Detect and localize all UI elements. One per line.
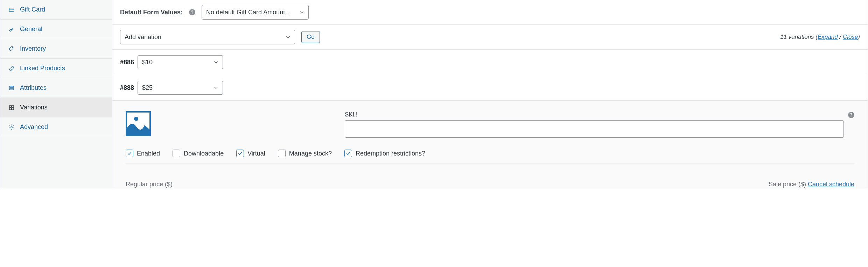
help-icon[interactable]: ?	[848, 112, 854, 118]
default-gift-card-select[interactable]: No default Gift Card Amount…	[202, 5, 309, 20]
tab-label: Advanced	[20, 123, 48, 131]
virtual-checkbox[interactable]: Virtual	[236, 150, 265, 157]
tab-general[interactable]: General	[0, 20, 112, 39]
downloadable-checkbox[interactable]: Downloadable	[173, 150, 224, 157]
tab-linked-products[interactable]: Linked Products	[0, 59, 112, 78]
tab-label: Linked Products	[20, 65, 65, 72]
variation-id: #888	[120, 84, 134, 92]
svg-point-10	[11, 126, 13, 128]
price-row: Regular price ($) Sale price ($) Cancel …	[126, 164, 854, 188]
select-value: $10	[142, 59, 153, 66]
svg-rect-8	[9, 108, 11, 109]
grid-icon	[8, 104, 15, 111]
add-variation-row: Add variation Go 11 variations (Expand /…	[112, 25, 868, 50]
sale-price-wrap: Sale price ($) Cancel schedule	[769, 181, 854, 188]
tab-label: Inventory	[20, 45, 46, 52]
redemption-restrictions-checkbox[interactable]: Redemption restrictions?	[344, 150, 425, 157]
add-variation-select[interactable]: Add variation	[120, 30, 295, 44]
tab-inventory[interactable]: Inventory	[0, 39, 112, 59]
select-value: Add variation	[125, 34, 161, 41]
wrench-icon	[8, 26, 15, 33]
enabled-checkbox[interactable]: Enabled	[126, 150, 160, 157]
tab-variations[interactable]: Variations	[0, 98, 112, 117]
svg-rect-7	[12, 106, 14, 107]
main-panel: Default Form Values: ? No default Gift C…	[112, 0, 868, 188]
svg-point-12	[134, 117, 138, 121]
tab-label: Gift Card	[20, 6, 45, 13]
default-form-row: Default Form Values: ? No default Gift C…	[112, 0, 868, 25]
svg-rect-5	[9, 89, 14, 90]
chevron-down-icon	[298, 8, 306, 16]
tab-advanced[interactable]: Advanced	[0, 117, 112, 137]
default-form-label: Default Form Values:	[120, 9, 183, 16]
svg-point-2	[12, 47, 13, 48]
list-icon	[8, 85, 15, 92]
expand-link[interactable]: Expand	[818, 34, 838, 40]
variation-options-row: Enabled Downloadable Virtual Manage stoc…	[126, 138, 854, 164]
cancel-schedule-link[interactable]: Cancel schedule	[808, 181, 854, 188]
link-icon	[8, 65, 15, 72]
variation-image-upload[interactable]	[126, 111, 151, 136]
sku-label: SKU	[345, 111, 844, 118]
image-placeholder-icon	[127, 113, 149, 135]
go-button[interactable]: Go	[301, 31, 320, 43]
select-value: $25	[142, 84, 153, 92]
variation-attribute-select[interactable]: $25	[138, 81, 223, 95]
tab-label: Variations	[20, 104, 48, 111]
card-icon	[8, 6, 15, 13]
variations-count: 11 variations (Expand / Close)	[780, 34, 860, 41]
variation-attribute-select[interactable]: $10	[138, 55, 223, 69]
product-data-tabs: Gift Card General Inventory Linked Produ…	[0, 0, 112, 188]
sale-price-label: Sale price ($)	[769, 181, 808, 188]
checkbox-label: Virtual	[247, 150, 265, 157]
checkbox-label: Redemption restrictions?	[356, 150, 425, 157]
variation-row[interactable]: #886 $10	[112, 50, 868, 75]
sku-field-wrap: SKU ?	[345, 111, 854, 138]
svg-rect-4	[9, 87, 14, 88]
chevron-down-icon	[212, 58, 220, 66]
tab-label: General	[20, 26, 42, 33]
chevron-down-icon	[212, 84, 220, 92]
gear-icon	[8, 124, 15, 131]
checkbox-label: Downloadable	[184, 150, 224, 157]
manage-stock-checkbox[interactable]: Manage stock?	[278, 150, 332, 157]
tag-icon	[8, 45, 15, 52]
regular-price-label: Regular price ($)	[126, 181, 173, 188]
tab-label: Attributes	[20, 84, 47, 92]
svg-rect-3	[9, 86, 14, 87]
svg-rect-6	[9, 106, 11, 107]
checkbox-label: Enabled	[137, 150, 160, 157]
select-value: No default Gift Card Amount…	[206, 9, 291, 16]
tab-gift-card[interactable]: Gift Card	[0, 0, 112, 20]
close-link[interactable]: Close	[843, 34, 858, 40]
chevron-down-icon	[284, 33, 292, 41]
checkbox-label: Manage stock?	[289, 150, 332, 157]
help-icon[interactable]: ?	[189, 9, 195, 15]
sku-input[interactable]	[345, 120, 844, 138]
svg-rect-0	[9, 8, 14, 11]
variation-panel: SKU ? Enabled Downloadable Virtual	[112, 101, 868, 188]
tab-attributes[interactable]: Attributes	[0, 78, 112, 98]
variation-id: #886	[120, 59, 134, 66]
variation-row[interactable]: #888 $25	[112, 75, 868, 101]
svg-rect-9	[12, 108, 14, 109]
